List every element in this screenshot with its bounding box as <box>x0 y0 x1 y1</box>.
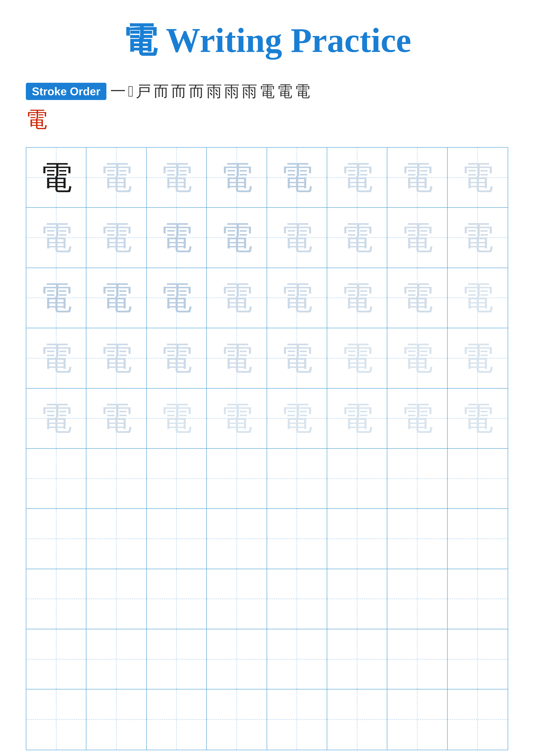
cell-1-4[interactable]: 電 <box>207 148 267 208</box>
char-guide: 電 <box>220 402 253 434</box>
cell-10-4[interactable] <box>207 689 267 749</box>
cell-10-5[interactable] <box>267 689 327 749</box>
cell-1-2[interactable]: 電 <box>87 148 146 208</box>
cell-10-3[interactable] <box>147 689 207 749</box>
stroke-order-badge: Stroke Order <box>26 83 106 100</box>
cell-6-1[interactable] <box>26 449 87 509</box>
char-dark: 電 <box>40 161 72 194</box>
cell-8-5[interactable] <box>267 569 327 629</box>
cell-6-6[interactable] <box>327 449 387 509</box>
cell-4-1[interactable]: 電 <box>26 328 87 388</box>
cell-6-2[interactable] <box>87 449 146 509</box>
cell-2-2[interactable]: 電 <box>87 208 146 268</box>
cell-10-6[interactable] <box>327 689 387 749</box>
cell-9-4[interactable] <box>207 629 267 689</box>
cell-10-2[interactable] <box>87 689 146 749</box>
cell-7-3[interactable] <box>147 509 207 569</box>
grid-row-10 <box>26 689 508 749</box>
char-guide: 電 <box>401 222 433 254</box>
cell-3-5[interactable]: 電 <box>267 268 327 328</box>
cell-7-8[interactable] <box>447 509 508 569</box>
char-guide: 電 <box>341 161 373 194</box>
cell-3-6[interactable]: 電 <box>327 268 387 328</box>
cell-3-7[interactable]: 電 <box>387 268 447 328</box>
char-guide: 電 <box>281 161 313 194</box>
stroke-7: 雨 <box>206 81 222 102</box>
cell-1-3[interactable]: 電 <box>147 148 207 208</box>
cell-2-8[interactable]: 電 <box>447 208 508 268</box>
char-guide: 電 <box>341 222 373 254</box>
cell-1-7[interactable]: 電 <box>387 148 447 208</box>
cell-4-3[interactable]: 電 <box>147 328 207 388</box>
cell-5-2[interactable]: 電 <box>87 389 146 449</box>
cell-7-6[interactable] <box>327 509 387 569</box>
cell-3-1[interactable]: 電 <box>26 268 87 328</box>
cell-8-4[interactable] <box>207 569 267 629</box>
cell-9-8[interactable] <box>447 629 508 689</box>
cell-5-6[interactable]: 電 <box>327 389 387 449</box>
stroke-8: 雨 <box>224 81 240 102</box>
cell-2-6[interactable]: 電 <box>327 208 387 268</box>
cell-5-3[interactable]: 電 <box>147 389 207 449</box>
stroke-10: 電 <box>259 81 275 102</box>
cell-10-7[interactable] <box>387 689 447 749</box>
cell-9-5[interactable] <box>267 629 327 689</box>
cell-9-1[interactable] <box>26 629 87 689</box>
cell-3-4[interactable]: 電 <box>207 268 267 328</box>
char-guide: 電 <box>160 402 192 434</box>
footer: https://www.strokeorder.com/chinese/電 字 … <box>26 750 508 756</box>
cell-4-5[interactable]: 電 <box>267 328 327 388</box>
cell-7-4[interactable] <box>207 509 267 569</box>
char-guide: 電 <box>220 342 253 374</box>
cell-8-6[interactable] <box>327 569 387 629</box>
cell-2-4[interactable]: 電 <box>207 208 267 268</box>
cell-1-8[interactable]: 電 <box>447 148 508 208</box>
cell-4-7[interactable]: 電 <box>387 328 447 388</box>
cell-2-7[interactable]: 電 <box>387 208 447 268</box>
cell-5-8[interactable]: 電 <box>447 389 508 449</box>
cell-1-6[interactable]: 電 <box>327 148 387 208</box>
char-guide: 電 <box>341 402 373 434</box>
cell-3-3[interactable]: 電 <box>147 268 207 328</box>
cell-2-3[interactable]: 電 <box>147 208 207 268</box>
cell-6-5[interactable] <box>267 449 327 509</box>
cell-8-3[interactable] <box>147 569 207 629</box>
stroke-11: 電 <box>277 81 292 102</box>
cell-9-7[interactable] <box>387 629 447 689</box>
cell-5-7[interactable]: 電 <box>387 389 447 449</box>
page-title: 電 Writing Practice <box>26 17 508 64</box>
cell-5-1[interactable]: 電 <box>26 389 87 449</box>
cell-4-8[interactable]: 電 <box>447 328 508 388</box>
cell-9-3[interactable] <box>147 629 207 689</box>
cell-2-5[interactable]: 電 <box>267 208 327 268</box>
cell-6-3[interactable] <box>147 449 207 509</box>
cell-10-8[interactable] <box>447 689 508 749</box>
cell-3-2[interactable]: 電 <box>87 268 146 328</box>
cell-9-2[interactable] <box>87 629 146 689</box>
cell-10-1[interactable] <box>26 689 87 749</box>
cell-7-7[interactable] <box>387 509 447 569</box>
cell-3-8[interactable]: 電 <box>447 268 508 328</box>
cell-4-6[interactable]: 電 <box>327 328 387 388</box>
cell-7-2[interactable] <box>87 509 146 569</box>
practice-grid: 電 電 電 電 電 電 電 電 電 電 電 電 電 電 電 電 電 電 電 電 … <box>26 147 508 750</box>
grid-row-6 <box>26 449 508 509</box>
cell-1-1[interactable]: 電 <box>26 148 87 208</box>
grid-row-4: 電 電 電 電 電 電 電 電 <box>26 328 508 388</box>
cell-8-7[interactable] <box>387 569 447 629</box>
cell-5-5[interactable]: 電 <box>267 389 327 449</box>
cell-4-2[interactable]: 電 <box>87 328 146 388</box>
cell-7-1[interactable] <box>26 509 87 569</box>
cell-6-8[interactable] <box>447 449 508 509</box>
cell-4-4[interactable]: 電 <box>207 328 267 388</box>
cell-7-5[interactable] <box>267 509 327 569</box>
cell-9-6[interactable] <box>327 629 387 689</box>
cell-8-1[interactable] <box>26 569 87 629</box>
cell-5-4[interactable]: 電 <box>207 389 267 449</box>
cell-6-7[interactable] <box>387 449 447 509</box>
cell-6-4[interactable] <box>207 449 267 509</box>
cell-2-1[interactable]: 電 <box>26 208 87 268</box>
cell-1-5[interactable]: 電 <box>267 148 327 208</box>
cell-8-2[interactable] <box>87 569 146 629</box>
cell-8-8[interactable] <box>447 569 508 629</box>
